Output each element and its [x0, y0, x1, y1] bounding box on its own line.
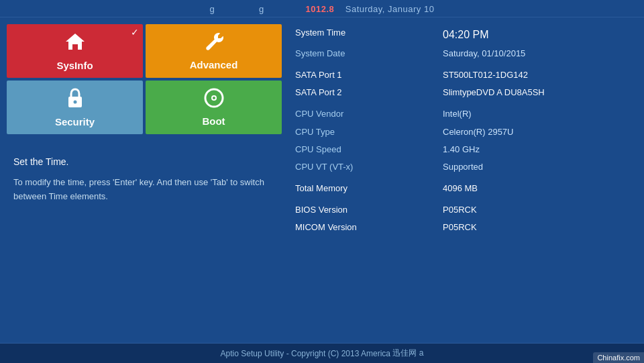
- home-icon: [64, 31, 86, 57]
- cpu-type-value: Celeron(R) 2957U: [443, 125, 631, 140]
- micom-version-label: MICOM Version: [295, 220, 443, 235]
- sata1-row: SATA Port 1 ST500LT012-1DG142: [295, 68, 631, 83]
- footer: Aptio Setup Utility - Copyright (C) 2013…: [0, 343, 644, 363]
- wrench-icon: [204, 32, 224, 56]
- boot-label: Boot: [202, 115, 225, 127]
- cpu-speed-row: CPU Speed 1.40 GHz: [295, 142, 631, 157]
- total-memory-label: Total Memory: [295, 181, 443, 196]
- cpu-vendor-row: CPU Vendor Intel(R): [295, 107, 631, 121]
- sysinfo-checkmark: ✓: [131, 27, 139, 38]
- bios-header: g g 1012.8 Saturday, January 10: [0, 0, 644, 17]
- svg-point-4: [213, 97, 215, 99]
- sysinfo-label: SysInfo: [56, 60, 93, 71]
- right-panel: System Time 04:20 PM System Date Saturda…: [288, 17, 644, 333]
- version-text: 1012.8: [306, 4, 335, 14]
- sata1-value: ST500LT012-1DG142: [443, 68, 631, 83]
- security-label: Security: [55, 116, 95, 127]
- micom-version-row: MICOM Version P05RCK: [295, 220, 631, 235]
- svg-point-1: [73, 101, 76, 104]
- system-time-label: System Time: [295, 25, 443, 44]
- lock-icon: [66, 87, 85, 113]
- nav-grid: ✓ SysInfo Advanced: [7, 24, 282, 134]
- cpu-vt-label: CPU VT (VT-x): [295, 160, 443, 174]
- sata2-row: SATA Port 2 SlimtypeDVD A DU8A5SH: [295, 85, 631, 100]
- main-content: ✓ SysInfo Advanced: [0, 17, 644, 333]
- disk-icon: [204, 88, 224, 113]
- system-time-row: System Time 04:20 PM: [295, 25, 631, 44]
- cpu-vendor-value: Intel(R): [443, 107, 631, 121]
- sata2-value: SlimtypeDVD A DU8A5SH: [443, 85, 631, 100]
- left-panel: ✓ SysInfo Advanced: [0, 17, 288, 333]
- cpu-speed-value: 1.40 GHz: [443, 142, 631, 157]
- boot-tile[interactable]: Boot: [146, 81, 282, 134]
- system-time-value: 04:20 PM: [443, 25, 631, 44]
- micom-version-value: P05RCK: [443, 220, 631, 235]
- sata2-label: SATA Port 2: [295, 85, 443, 100]
- cpu-vt-value: Supported: [443, 160, 631, 174]
- system-date-value: Saturday, 01/10/2015: [443, 46, 631, 61]
- advanced-label: Advanced: [190, 59, 238, 70]
- total-memory-value: 4096 MB: [443, 181, 631, 196]
- header-text: g g: [210, 4, 303, 14]
- security-tile[interactable]: Security: [7, 81, 143, 134]
- system-date-row: System Date Saturday, 01/10/2015: [295, 46, 631, 61]
- cpu-type-row: CPU Type Celeron(R) 2957U: [295, 125, 631, 140]
- cpu-speed-label: CPU Speed: [295, 142, 443, 157]
- help-section: Set the Time. To modify the time, press …: [7, 148, 282, 211]
- bios-version-value: P05RCK: [443, 203, 631, 217]
- help-title: Set the Time.: [13, 154, 275, 169]
- system-date-label: System Date: [295, 46, 443, 61]
- date-text: Saturday, January 10: [345, 4, 435, 14]
- advanced-tile[interactable]: Advanced: [146, 24, 282, 78]
- sata1-label: SATA Port 1: [295, 68, 443, 83]
- bios-version-label: BIOS Version: [295, 203, 443, 217]
- footer-text: Aptio Setup Utility - Copyright (C) 2013…: [221, 349, 390, 358]
- watermark: Chinafix.com: [593, 352, 644, 363]
- help-body: To modify the time, press 'Enter' key. A…: [13, 176, 275, 204]
- cpu-vendor-label: CPU Vendor: [295, 107, 443, 121]
- cpu-type-label: CPU Type: [295, 125, 443, 140]
- bios-version-row: BIOS Version P05RCK: [295, 203, 631, 217]
- sysinfo-tile[interactable]: ✓ SysInfo: [7, 24, 143, 78]
- cpu-vt-row: CPU VT (VT-x) Supported: [295, 160, 631, 174]
- total-memory-row: Total Memory 4096 MB: [295, 181, 631, 196]
